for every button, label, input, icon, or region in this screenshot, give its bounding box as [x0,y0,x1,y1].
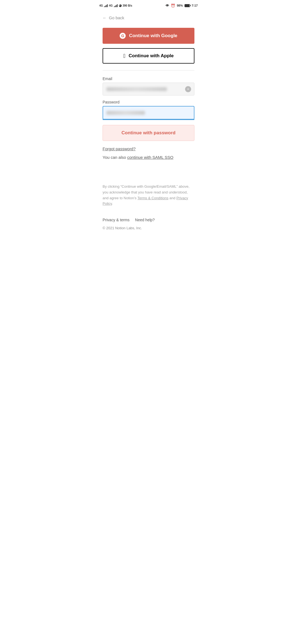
back-arrow-icon: ← [103,15,107,20]
privacy-terms-link[interactable]: Privacy & terms [103,218,130,222]
email-form-group: Email × [103,77,194,95]
battery-percent: 98% [177,4,183,7]
password-signin-button[interactable]: Continue with password [103,125,194,141]
go-back-button[interactable]: ← Go back [103,15,124,20]
password-label: Password [103,100,194,104]
clear-email-icon[interactable]: × [185,86,191,92]
eye-icon: 👁 [166,4,169,8]
network-indicator-2: 4G [109,4,112,7]
status-right: 👁 ⏰ 98% 7:17 [166,4,198,8]
autocomplete-indicator [103,119,194,120]
copyright-text: © 2021 Notion Labs, Inc. [103,226,194,230]
signal-bars-2 [114,4,118,7]
email-label: Email [103,77,194,81]
wifi-icon: ◕ [119,4,122,7]
password-form-group: Password [103,100,194,119]
password-input-wrapper [103,106,194,119]
main-content: ← Go back G Continue with Google  Conti… [95,10,202,230]
saml-sso-line: You can also continue with SAML SSO [103,155,194,160]
signal-bars-1 [104,4,108,7]
footer-links: Privacy & terms Need help? [103,218,194,222]
spacer [103,171,194,184]
battery-icon [185,4,190,7]
time: 7:17 [192,4,198,7]
apple-button-label: Continue with Apple [129,53,174,59]
legal-text-3: . [112,201,113,206]
need-help-link[interactable]: Need help? [135,218,155,222]
status-left: 4G 4G ◕ 390 B/s [99,4,132,7]
apple-icon:  [123,53,125,59]
alarm-icon: ⏰ [171,4,175,8]
email-input-wrapper: × [103,83,194,95]
legal-text-2: and [168,196,176,200]
google-icon: G [120,33,126,39]
legal-text: By clicking “Continue with Google/Email/… [103,184,194,207]
status-bar: 4G 4G ◕ 390 B/s 👁 ⏰ 98% 7:17 [95,0,202,10]
password-button-label: Continue with password [122,130,175,135]
go-back-label: Go back [109,15,124,20]
speed-indicator: 390 B/s [123,4,132,7]
saml-prefix-text: You can also [103,155,127,160]
terms-conditions-link[interactable]: Terms & Conditions [138,196,169,200]
forgot-password-link[interactable]: Forgot password? [103,146,194,151]
google-button-label: Continue with Google [129,33,177,39]
network-indicator-1: 4G [99,4,103,7]
apple-signin-button[interactable]:  Continue with Apple [103,48,194,64]
saml-sso-link[interactable]: continue with SAML SSO [127,155,174,160]
section-divider [103,70,194,70]
google-signin-button[interactable]: G Continue with Google [103,28,194,44]
